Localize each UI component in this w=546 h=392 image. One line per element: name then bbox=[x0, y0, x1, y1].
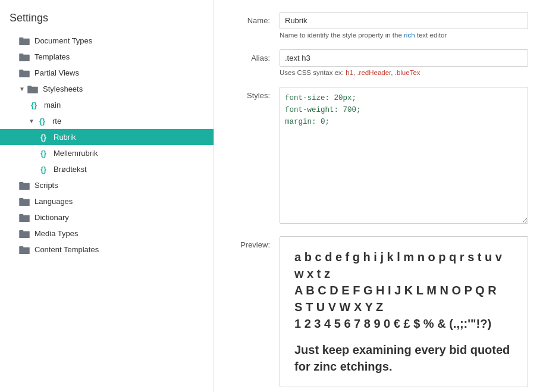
sidebar-item-label: rte bbox=[52, 117, 61, 126]
preview-field: a b c d e f g h i j k l m n o p q r s t … bbox=[280, 236, 528, 387]
hint-redheader: .redHeader bbox=[357, 69, 391, 76]
folder-icon bbox=[19, 197, 30, 206]
preview-box: a b c d e f g h i j k l m n o p q r s t … bbox=[280, 236, 528, 387]
sidebar-item-main[interactable]: {} main bbox=[0, 97, 214, 113]
svg-rect-5 bbox=[19, 69, 23, 71]
sidebar-item-scripts[interactable]: Scripts bbox=[0, 177, 214, 193]
svg-rect-16 bbox=[19, 247, 30, 253]
folder-icon bbox=[19, 53, 30, 61]
svg-rect-9 bbox=[19, 181, 23, 183]
styles-label: Styles: bbox=[232, 87, 280, 100]
svg-rect-12 bbox=[19, 215, 30, 221]
sidebar-item-label: Scripts bbox=[34, 181, 58, 190]
name-hint: Name to identify the style property in t… bbox=[280, 32, 528, 39]
sidebar-item-label: main bbox=[44, 101, 61, 109]
preview-label: Preview: bbox=[232, 236, 280, 249]
curly-brace-icon: {} bbox=[29, 101, 39, 109]
curly-brace-icon: {} bbox=[38, 149, 49, 158]
folder-icon bbox=[19, 214, 30, 222]
folder-icon bbox=[19, 37, 30, 45]
folder-icon bbox=[19, 69, 30, 77]
sidebar-item-rubrik[interactable]: {} Rubrik bbox=[0, 129, 214, 145]
sidebar-item-languages[interactable]: Languages bbox=[0, 193, 214, 209]
sidebar-item-label: Partial Views bbox=[34, 68, 79, 77]
sidebar-item-media-types[interactable]: Media Types bbox=[0, 225, 214, 242]
sidebar-item-label: Brødtekst bbox=[54, 165, 87, 174]
svg-rect-11 bbox=[19, 197, 23, 199]
sidebar-item-partial-views[interactable]: Partial Views bbox=[0, 65, 214, 81]
svg-rect-3 bbox=[19, 53, 23, 55]
name-input[interactable] bbox=[280, 12, 528, 29]
hint-h1: h1 bbox=[346, 69, 353, 76]
svg-rect-14 bbox=[19, 231, 30, 237]
sidebar-item-content-templates[interactable]: Content Templates bbox=[0, 242, 214, 258]
sidebar-item-label: Mellemrubrik bbox=[54, 149, 98, 158]
hint-highlight-rich: rich bbox=[404, 32, 415, 39]
name-row: Name: Name to identify the style propert… bbox=[232, 12, 528, 39]
preview-sentence: Just keep examining every bid quoted for… bbox=[294, 341, 513, 375]
svg-rect-10 bbox=[19, 199, 30, 205]
sidebar-item-dictionary[interactable]: Dictionary bbox=[0, 209, 214, 225]
svg-rect-7 bbox=[27, 85, 32, 87]
sidebar-item-label: Languages bbox=[34, 197, 73, 206]
preview-chars: a b c d e f g h i j k l m n o p q r s t … bbox=[294, 249, 513, 332]
folder-icon bbox=[19, 181, 30, 190]
name-field: Name to identify the style property in t… bbox=[280, 12, 528, 39]
sidebar-item-document-types[interactable]: Document Types bbox=[0, 33, 214, 49]
sidebar-item-label: Templates bbox=[34, 52, 70, 61]
sidebar-item-label: Content Templates bbox=[34, 245, 99, 254]
svg-rect-4 bbox=[19, 70, 30, 77]
sidebar-item-rte[interactable]: ▼ {} rte bbox=[0, 113, 214, 129]
sidebar-item-templates[interactable]: Templates bbox=[0, 49, 214, 65]
alias-row: Alias: Uses CSS syntax ex: h1, .redHeade… bbox=[232, 49, 528, 76]
sidebar-item-label: Dictionary bbox=[34, 213, 69, 222]
svg-rect-8 bbox=[19, 183, 30, 189]
styles-textarea[interactable]: <span class="css-line-size">font-size: 2… bbox=[280, 87, 528, 224]
alias-field: Uses CSS syntax ex: h1, .redHeader, .blu… bbox=[280, 49, 528, 76]
alias-input[interactable] bbox=[280, 49, 528, 67]
curly-brace-icon: {} bbox=[38, 165, 49, 174]
sidebar-item-brodtekst[interactable]: {} Brødtekst bbox=[0, 161, 214, 177]
sidebar-item-label: Document Types bbox=[34, 36, 92, 45]
sidebar-item-stylesheets[interactable]: ▼ Stylesheets bbox=[0, 81, 214, 97]
svg-rect-6 bbox=[27, 86, 38, 93]
sidebar-item-label: Media Types bbox=[34, 229, 78, 238]
svg-rect-0 bbox=[19, 38, 30, 45]
sidebar-item-label: Rubrik bbox=[54, 133, 76, 142]
folder-icon bbox=[19, 246, 30, 254]
sidebar-item-mellemrubrik[interactable]: {} Mellemrubrik bbox=[0, 145, 214, 161]
preview-row: Preview: a b c d e f g h i j k l m n o p… bbox=[232, 236, 528, 387]
svg-rect-2 bbox=[19, 54, 30, 61]
styles-row: Styles: <span class="css-line-size">font… bbox=[232, 87, 528, 225]
expand-arrow-icon: ▼ bbox=[19, 86, 26, 92]
name-label: Name: bbox=[232, 12, 280, 25]
svg-rect-15 bbox=[19, 230, 23, 231]
hint-bluetex: .blueTex bbox=[395, 69, 421, 76]
curly-brace-icon: {} bbox=[37, 117, 48, 126]
sidebar-title: Settings bbox=[0, 6, 214, 33]
curly-brace-icon: {} bbox=[38, 133, 49, 142]
main-content: Name: Name to identify the style propert… bbox=[214, 0, 546, 392]
alias-hint: Uses CSS syntax ex: h1, .redHeader, .blu… bbox=[280, 69, 528, 76]
folder-icon bbox=[19, 230, 30, 238]
expand-arrow-icon: ▼ bbox=[29, 118, 36, 124]
svg-rect-1 bbox=[19, 37, 23, 39]
svg-rect-13 bbox=[19, 214, 23, 215]
styles-field: <span class="css-line-size">font-size: 2… bbox=[280, 87, 528, 225]
sidebar-item-label: Stylesheets bbox=[43, 84, 83, 93]
folder-icon bbox=[27, 85, 38, 93]
alias-label: Alias: bbox=[232, 49, 280, 62]
svg-rect-17 bbox=[19, 246, 23, 247]
sidebar: Settings Document Types Templates P bbox=[0, 0, 214, 392]
